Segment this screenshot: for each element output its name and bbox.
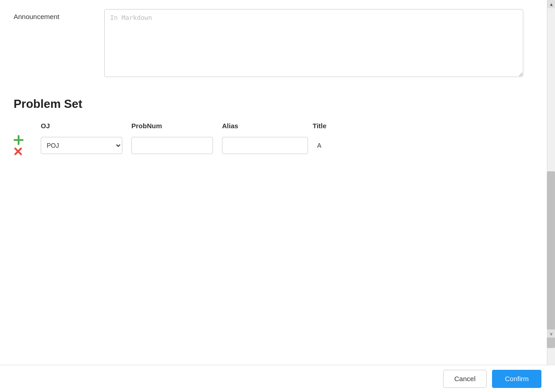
footer-bar: Cancel Confirm bbox=[0, 365, 555, 392]
title-cell: A bbox=[313, 142, 523, 149]
scrollbar-track: ▲ ∨ bbox=[547, 0, 555, 365]
x-icon bbox=[14, 147, 23, 156]
probnum-input[interactable] bbox=[131, 137, 213, 154]
add-problem-button[interactable] bbox=[14, 135, 24, 145]
remove-problem-button[interactable] bbox=[14, 147, 23, 156]
table-row: POJ HDU Codeforces UVa SPOJ AtCoder A bbox=[14, 135, 523, 156]
probnum-header: ProbNum bbox=[131, 120, 222, 131]
scrollbar-down-arrow[interactable]: ∨ bbox=[547, 329, 555, 338]
table-header: OJ ProbNum Alias Title bbox=[14, 120, 523, 131]
oj-cell: POJ HDU Codeforces UVa SPOJ AtCoder bbox=[41, 137, 131, 154]
scrollbar-up-arrow[interactable]: ▲ bbox=[547, 0, 555, 8]
confirm-button[interactable]: Confirm bbox=[492, 370, 541, 388]
title-header: Title bbox=[313, 120, 523, 131]
alias-header: Alias bbox=[222, 120, 313, 131]
alias-cell bbox=[222, 137, 313, 154]
add-header-cell bbox=[14, 124, 41, 128]
cancel-button[interactable]: Cancel bbox=[443, 370, 487, 388]
main-content: Announcement Problem Set OJ ProbNum Alia… bbox=[0, 0, 537, 365]
scrollbar-thumb[interactable] bbox=[547, 171, 555, 348]
problem-set-title: Problem Set bbox=[14, 97, 523, 111]
plus-icon bbox=[14, 135, 24, 145]
oj-select[interactable]: POJ HDU Codeforces UVa SPOJ AtCoder bbox=[41, 137, 122, 154]
action-cell bbox=[14, 135, 41, 156]
probnum-cell bbox=[131, 137, 222, 154]
problem-set-table: OJ ProbNum Alias Title POJ HDU C bbox=[14, 120, 523, 156]
alias-input[interactable] bbox=[222, 137, 308, 154]
announcement-field-wrapper bbox=[104, 9, 523, 79]
announcement-label: Announcement bbox=[14, 9, 104, 20]
announcement-row: Announcement bbox=[14, 9, 523, 79]
announcement-textarea[interactable] bbox=[104, 9, 523, 77]
oj-header: OJ bbox=[41, 120, 131, 131]
